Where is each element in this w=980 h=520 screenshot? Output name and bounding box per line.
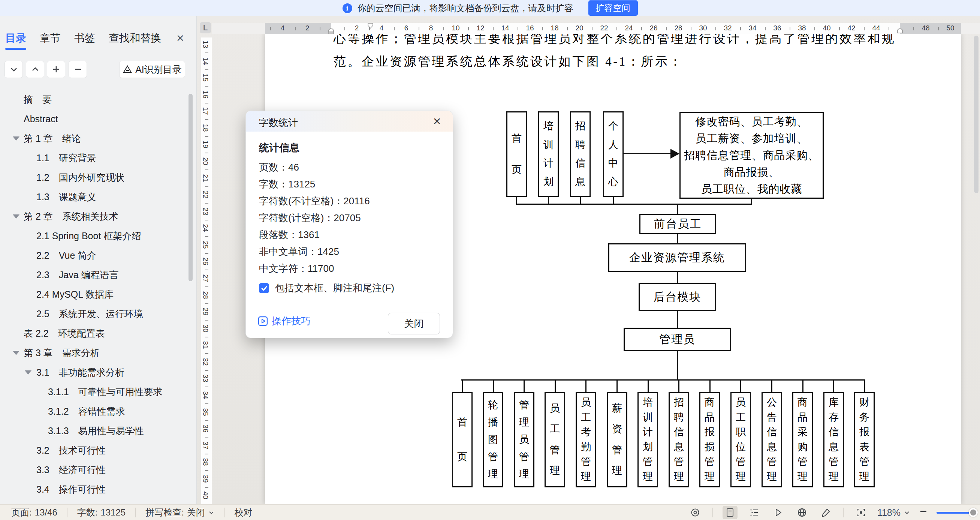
include-textbox-option[interactable]: 包括文本框、脚注和尾注(F) — [259, 282, 394, 295]
sidebar-tab-toc[interactable]: 目录 — [5, 31, 26, 45]
toc-item[interactable]: Abstract — [0, 109, 196, 129]
diagram-box-库存信息管理: 库存信息管理 — [823, 392, 844, 487]
toc-item[interactable]: 表 2.2 环境配置表 — [0, 324, 196, 343]
toc-item[interactable]: 摘 要 — [0, 89, 196, 109]
toc-item-label: 2.2 Vue 简介 — [37, 249, 96, 262]
toc-item[interactable]: 3.4 操作可行性 — [0, 480, 196, 499]
toc-item[interactable]: 第 2 章 系统相关技术 — [0, 207, 196, 226]
connector-line — [677, 311, 678, 328]
chevron-expanded-icon[interactable] — [13, 214, 19, 219]
stat-label: 字数： — [259, 178, 288, 191]
chevron-expanded-icon[interactable] — [13, 136, 19, 140]
sidebar-tab-2[interactable]: 书签 — [74, 31, 95, 45]
ai-recognize-toc-button[interactable]: AI识别目录 — [119, 61, 185, 78]
ink-annotation-button[interactable] — [818, 506, 834, 519]
dialog-close-button[interactable]: ✕ — [431, 115, 443, 128]
page-view-button[interactable] — [722, 506, 738, 519]
toc-item[interactable]: 3.2 技术可行性 — [0, 440, 196, 460]
detail-line: 商品报损、 — [724, 164, 780, 181]
toc-item[interactable]: 2.4 MySQL 数据库 — [0, 285, 196, 304]
diagram-box-后台模块: 后台模块 — [639, 283, 716, 311]
ruler-number: 14 — [498, 24, 513, 32]
divider — [224, 507, 225, 517]
horizontal-ruler[interactable]: 4224681012141618202224262830323436384042… — [212, 23, 980, 34]
toc-item[interactable]: 3.3 经济可行性 — [0, 460, 196, 480]
document-scrollbar-thumb[interactable] — [974, 36, 978, 193]
ruler-tick — [205, 203, 208, 204]
expand-all-button[interactable] — [26, 61, 44, 78]
first-line-indent-marker[interactable] — [368, 23, 373, 29]
page-indicator[interactable]: 页面: 13/46 — [11, 507, 57, 518]
divider — [843, 507, 843, 517]
vertical-ruler[interactable]: 1314151617181920212223242526272829303132… — [201, 37, 212, 504]
left-indent-marker[interactable] — [328, 28, 334, 34]
collapse-all-button[interactable] — [5, 61, 23, 78]
outline-view-button[interactable] — [746, 506, 762, 519]
ruler-number: 32 — [204, 354, 210, 369]
toc-item[interactable]: 3.1.3 易用性与易学性 — [0, 421, 196, 440]
detail-line: 修改密码、员工考勤、 — [695, 113, 808, 130]
chevron-expanded-icon[interactable] — [25, 370, 32, 375]
checkbox-checked-icon[interactable] — [259, 283, 269, 293]
toc-item[interactable]: 2.3 Java 编程语言 — [0, 265, 196, 285]
toc-item[interactable]: 3.1.2 容错性需求 — [0, 402, 196, 421]
decrease-level-button[interactable] — [68, 61, 87, 78]
ruler-number: 18 — [204, 120, 210, 136]
toc-item[interactable]: 1.3 课题意义 — [0, 187, 196, 207]
ruler-number: 20 — [572, 24, 587, 32]
ruler-number: 48 — [918, 24, 933, 32]
ruler-tick — [205, 270, 208, 270]
toc-item-label: 2.3 Java 编程语言 — [37, 269, 119, 281]
ruler-tick — [205, 86, 208, 87]
expand-space-button[interactable]: 扩容空间 — [589, 0, 638, 16]
minus-icon — [73, 65, 83, 74]
sidebar-tab-3[interactable]: 查找和替换 — [109, 31, 161, 45]
ruler-number: 17 — [204, 104, 210, 118]
toc-item[interactable]: 1.2 国内外研究现状 — [0, 167, 196, 187]
toc-item[interactable]: 3.1.1 可靠性与可用性要求 — [0, 382, 196, 402]
zoom-slider-track[interactable] — [937, 512, 974, 514]
diagram-box-frontend-functions: 修改密码、员工考勤、员工薪资、参加培训、招聘信息管理、商品采购、商品报损、员工职… — [679, 112, 824, 199]
toc-item[interactable]: 1.1 研究背景 — [0, 148, 196, 167]
right-indent-marker[interactable] — [897, 28, 903, 34]
play-presentation-button[interactable] — [770, 506, 786, 519]
zoom-slider-handle[interactable] — [969, 508, 978, 517]
ruler-tick — [493, 27, 493, 30]
ruler-number: 2 — [300, 24, 315, 32]
zoom-level-control[interactable]: 118% — [877, 507, 910, 518]
operation-tips-link[interactable]: 操作技巧 — [258, 314, 311, 328]
increase-level-button[interactable] — [47, 61, 65, 78]
fit-page-button[interactable] — [853, 506, 868, 519]
ruler-tick — [517, 27, 518, 30]
ruler-tick — [270, 27, 271, 30]
eye-protection-button[interactable] — [688, 506, 703, 519]
detail-line: 员工职位、我的收藏 — [701, 181, 802, 198]
ruler-number: 34 — [745, 24, 760, 32]
spellcheck-control[interactable]: 拼写检查: 关闭 — [145, 507, 215, 518]
connector-line — [548, 197, 549, 204]
diagram-box-员工管理: 员工管理 — [544, 392, 565, 487]
sidebar-scrollbar-thumb[interactable] — [188, 94, 192, 281]
dialog-title: 字数统计 — [259, 116, 298, 129]
proofread-button[interactable]: 校对 — [235, 507, 253, 518]
chevron-expanded-icon[interactable] — [13, 351, 19, 355]
zoom-out-button[interactable] — [919, 507, 928, 518]
tab-stop-selector[interactable]: L — [200, 22, 211, 33]
zoom-slider[interactable] — [937, 507, 974, 517]
ruler-number: 50 — [943, 24, 958, 32]
sidebar-close-icon[interactable]: ✕ — [176, 33, 185, 44]
close-button[interactable]: 关闭 — [388, 313, 440, 334]
sidebar-tab-1[interactable]: 章节 — [40, 31, 61, 45]
page-label: 页面: — [11, 507, 32, 518]
word-count-indicator[interactable]: 字数: 13125 — [77, 507, 126, 518]
toc-item-label: 第 1 章 绪论 — [24, 132, 81, 145]
toc-item[interactable]: 3.1 非功能需求分析 — [0, 362, 196, 382]
toc-item[interactable]: 2.5 系统开发、运行环境 — [0, 304, 196, 324]
web-layout-button[interactable] — [794, 506, 810, 519]
diagram-box-培训计划管理: 培训计划管理 — [638, 392, 658, 487]
toc-item[interactable]: 第 1 章 绪论 — [0, 129, 196, 148]
toc-item[interactable]: 2.2 Vue 简介 — [0, 246, 196, 265]
play-icon — [773, 507, 783, 518]
toc-item[interactable]: 2.1 Spring Boot 框架介绍 — [0, 226, 196, 246]
toc-item[interactable]: 第 3 章 需求分析 — [0, 343, 196, 362]
